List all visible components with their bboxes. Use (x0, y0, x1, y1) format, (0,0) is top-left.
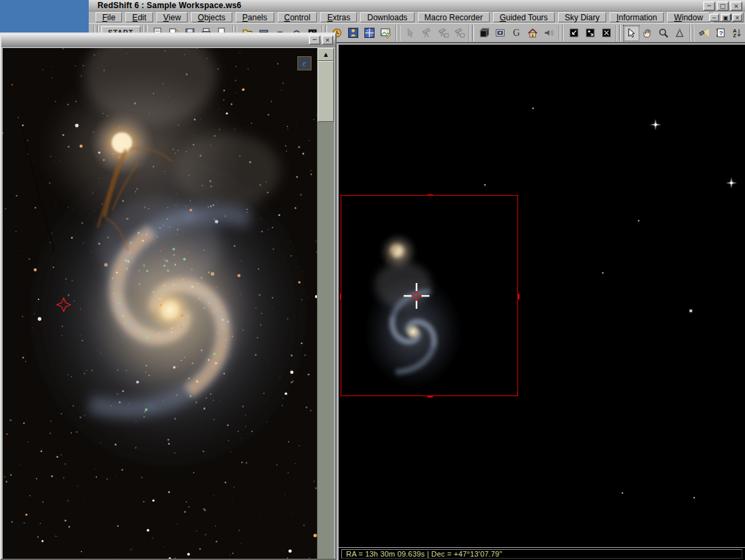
toolbar-flashlight-button[interactable] (696, 25, 712, 41)
menu-extras[interactable]: Extras (320, 12, 357, 22)
svg-text:?: ? (719, 29, 723, 37)
sound-muted-icon (543, 27, 555, 39)
deep-sky-cube-icon (478, 27, 490, 39)
toolbar-separator (616, 25, 617, 41)
toolbar-zoom-magnifier-button[interactable] (656, 25, 672, 41)
google-g-icon: G (511, 27, 522, 39)
star (484, 184, 486, 186)
toolbar-observer-button[interactable] (345, 25, 362, 41)
toolbar-telescope-control-b-button (451, 25, 467, 41)
menu-objects[interactable]: Objects (191, 12, 232, 22)
toolbar-help-book-button[interactable]: ? (712, 25, 729, 41)
title-bar[interactable]: RedShift 6 : Sample Workspace.ws6 (89, 0, 745, 12)
toolbar-deep-sky-cube-button[interactable] (476, 25, 492, 41)
galaxy-photo-m51: e (3, 48, 317, 559)
scroll-up-button[interactable]: ▲ (318, 48, 334, 61)
toolbar-window-grid-button[interactable] (362, 25, 378, 41)
toolbar-separator (559, 25, 560, 41)
toolbar-separator (689, 25, 691, 41)
sky-view-panel[interactable]: RA = 13h 30m 09.639s | Dec = +47°13'07.7… (339, 45, 745, 560)
window-controls: ─□× (703, 1, 742, 11)
window-grid-icon (364, 27, 375, 39)
fov-tick (427, 396, 433, 397)
screen-night-icon (584, 27, 596, 39)
window-title: RedShift 6 : Sample Workspace.ws6 (98, 1, 241, 10)
toolbar-separator (693, 25, 694, 41)
menu-downloads[interactable]: Downloads (360, 12, 414, 22)
menu-window[interactable]: Window (667, 12, 710, 22)
picture-editor-icon (380, 27, 391, 39)
observer-icon (347, 27, 359, 39)
photo-close-button[interactable]: × (322, 35, 333, 45)
toolbar-separator (619, 25, 620, 41)
toolbar-photo-gallery-button[interactable] (492, 25, 509, 41)
telescope-icon (421, 27, 433, 39)
star (689, 309, 691, 311)
telescope-pointer-icon (405, 27, 417, 39)
menu-panels[interactable]: Panels (236, 12, 274, 22)
status-bar: RA = 13h 30m 09.639s | Dec = +47°13'07.7… (339, 547, 745, 560)
toolbar-screen-fullscreen-button[interactable] (566, 25, 582, 41)
help-book-icon: ? (715, 27, 727, 39)
photo-window: ─× (0, 33, 337, 560)
screen-fullscreen-icon (568, 27, 580, 39)
photo-window-content: e ▲ (3, 48, 334, 559)
select-pointer-icon (625, 27, 637, 39)
mdi-minimize-button[interactable]: ─ (709, 14, 719, 22)
toolbar-home-location-button[interactable] (525, 25, 541, 41)
toolbar-google-g-button[interactable]: G (509, 25, 525, 41)
toolbar-picture-editor-button[interactable] (378, 25, 394, 41)
mdi-restore-button[interactable]: ▣ (721, 14, 731, 22)
window-close-button[interactable]: × (730, 1, 742, 11)
fov-tick (427, 194, 433, 196)
toolbar-separator (472, 25, 473, 41)
menu-file[interactable]: File (95, 12, 122, 22)
zoom-magnifier-icon (658, 27, 669, 39)
toolbar-separator (396, 25, 397, 41)
pan-hand-icon (641, 27, 653, 39)
menu-macro-recorder[interactable]: Macro Recorder (418, 12, 490, 22)
menu-edit[interactable]: Edit (125, 12, 153, 22)
toolbar-field-cone-button[interactable] (672, 25, 688, 41)
toolbar-select-pointer-button[interactable] (623, 25, 639, 41)
toolbar-separator (562, 25, 563, 41)
menu-information[interactable]: Information (610, 12, 664, 22)
toolbar-screen-night-button[interactable] (582, 25, 598, 41)
status-text: RA = 13h 30m 09.639s | Dec = +47°13'07.7… (346, 550, 503, 558)
fov-tick (340, 294, 341, 299)
fov-rectangle[interactable] (341, 195, 518, 396)
toolbar-pan-hand-button[interactable] (639, 25, 656, 41)
menu-control[interactable]: Control (278, 12, 318, 22)
photo-gallery-icon (494, 27, 506, 39)
toolbar-sort-az-button[interactable]: AZ (729, 25, 745, 41)
scrollbar-thumb[interactable] (318, 61, 334, 122)
menu-bar: FileEditViewObjectsPanelsControlExtrasDo… (89, 12, 745, 23)
coordinate-readout: RA = 13h 30m 09.639s | Dec = +47°13'07.7… (341, 549, 742, 559)
fov-tick (518, 294, 519, 299)
desktop-background (0, 0, 89, 35)
telescope-control-a-icon (438, 27, 449, 39)
toolbar-telescope-pointer-button (402, 25, 419, 41)
photo-scrollbar[interactable]: ▲ (317, 48, 334, 559)
galaxy-photo-rendering (3, 48, 317, 559)
mdi-close-button[interactable]: × (732, 14, 742, 22)
menu-view[interactable]: View (156, 12, 188, 22)
sort-az-icon: AZ (731, 27, 743, 39)
toolbar-telescope-control-a-button (435, 25, 451, 41)
field-cone-icon (674, 27, 685, 39)
photo-minimize-button[interactable]: ─ (309, 35, 320, 45)
telescope-control-b-icon (454, 27, 465, 39)
photo-window-titlebar[interactable]: ─× (1, 34, 335, 47)
toolbar-screen-capture-button[interactable] (598, 25, 614, 41)
screen-capture-icon (601, 27, 612, 39)
home-location-icon (527, 27, 538, 39)
toolbar-separator (399, 25, 400, 41)
menu-guided-tours[interactable]: Guided Tours (493, 12, 555, 22)
window-maximize-button[interactable]: □ (717, 1, 729, 11)
web-link-button[interactable]: e (297, 56, 312, 70)
flashlight-icon (699, 27, 710, 39)
menu-sky-diary[interactable]: Sky Diary (558, 12, 606, 22)
toolbar-sound-muted-button[interactable] (541, 25, 557, 41)
window-minimize-button[interactable]: ─ (703, 1, 715, 11)
svg-text:G: G (513, 28, 520, 38)
